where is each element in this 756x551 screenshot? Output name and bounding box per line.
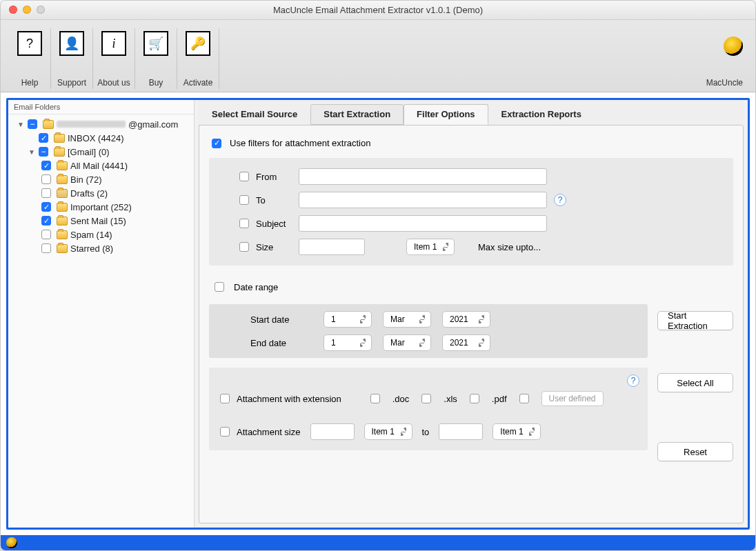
tab-start-extraction[interactable]: Start Extraction — [310, 104, 404, 125]
ext-doc-checkbox[interactable] — [370, 394, 380, 403]
size-label: Size — [256, 242, 273, 252]
tree-row-important[interactable]: Important (252) — [12, 200, 190, 214]
toolbar-label: About us — [97, 78, 130, 88]
to-checkbox[interactable] — [239, 195, 249, 205]
tree-row-spam[interactable]: Spam (14) — [12, 228, 190, 241]
ext-pdf-checkbox[interactable] — [470, 394, 479, 403]
checkbox[interactable] — [41, 230, 51, 239]
ext-user-checkbox[interactable] — [519, 394, 529, 403]
toolbar-label: Help — [21, 78, 39, 88]
ext-doc-label: .doc — [392, 394, 410, 404]
checkbox[interactable] — [41, 243, 51, 253]
help-icon: ? — [17, 31, 42, 56]
daterange-checkbox[interactable] — [215, 282, 224, 292]
help-icon[interactable]: ? — [554, 194, 566, 206]
subject-checkbox[interactable] — [239, 219, 249, 228]
reset-button[interactable]: Reset — [657, 442, 733, 461]
sidebar: Email Folders ▼ − @gmail.com INBOX (4424… — [8, 100, 195, 528]
tab-extraction-reports[interactable]: Extraction Reports — [488, 104, 595, 125]
start-extraction-button[interactable]: Start Extraction — [657, 311, 733, 330]
end-month-select[interactable]: Mar — [383, 334, 431, 351]
attsize-from-input[interactable] — [310, 423, 355, 440]
size-unit-select[interactable]: Item 1 — [406, 239, 455, 255]
toolbar-support[interactable]: 👤 Support — [51, 28, 92, 92]
close-window-button[interactable] — [9, 6, 17, 14]
select-all-button[interactable]: Select All — [657, 373, 733, 392]
toolbar-label: Buy — [149, 78, 163, 88]
disclosure-triangle-icon[interactable]: ▼ — [28, 148, 36, 156]
from-input[interactable] — [299, 168, 547, 185]
tree-row-sent[interactable]: Sent Mail (15) — [12, 214, 190, 228]
daterange-label: Date range — [234, 282, 278, 292]
redacted-account-name — [57, 121, 126, 128]
tree-row-inbox[interactable]: INBOX (4424) — [12, 131, 190, 145]
brand-icon — [724, 37, 743, 56]
from-label: From — [256, 172, 277, 182]
main-area: Email Folders ▼ − @gmail.com INBOX (4424… — [1, 92, 755, 535]
checkbox[interactable] — [41, 188, 51, 198]
tree-label: [Gmail] (0) — [68, 147, 110, 157]
size-checkbox[interactable] — [239, 242, 249, 252]
checkbox[interactable] — [41, 161, 51, 170]
key-icon: 🔑 — [186, 31, 210, 56]
tree-row-bin[interactable]: Bin (72) — [12, 172, 190, 186]
subject-input[interactable] — [299, 215, 547, 232]
end-day-select[interactable]: 1 — [324, 334, 372, 351]
folder-icon — [57, 244, 68, 253]
tristate-checkbox[interactable]: − — [39, 147, 48, 157]
brand-icon — [6, 537, 17, 548]
start-month-select[interactable]: Mar — [383, 311, 431, 328]
size-input[interactable] — [299, 239, 365, 255]
from-checkbox[interactable] — [239, 172, 249, 181]
start-year-select[interactable]: 2021 — [442, 311, 490, 328]
tree-row-allmail[interactable]: All Mail (4441) — [12, 159, 190, 172]
subject-label: Subject — [256, 219, 286, 229]
ext-checkbox[interactable] — [220, 394, 230, 403]
start-date-label: Start date — [250, 314, 312, 325]
date-range-group: Start date 1 Mar 2021 End date 1 Mar 202 — [209, 304, 648, 358]
toolbar-help[interactable]: ? Help — [9, 28, 50, 92]
attsize-to-input[interactable] — [439, 423, 483, 440]
to-input[interactable] — [299, 192, 547, 208]
ext-xls-label: .xls — [444, 394, 457, 404]
tab-bar: Select Email Source Start Extraction Fil… — [199, 100, 744, 125]
minimize-window-button[interactable] — [23, 6, 31, 14]
toolbar-activate[interactable]: 🔑 Activate — [177, 28, 219, 92]
folder-icon — [57, 161, 68, 170]
toolbar-label: Support — [57, 78, 86, 88]
end-year-select[interactable]: 2021 — [442, 334, 490, 351]
tree-row-gmail[interactable]: ▼ − [Gmail] (0) — [12, 145, 190, 159]
ext-user-defined-input[interactable]: User defined — [541, 391, 604, 406]
end-date-label: End date — [250, 338, 312, 348]
checkbox[interactable] — [41, 202, 51, 212]
zoom-window-button[interactable] — [37, 6, 45, 14]
attsize-from-unit[interactable]: Item 1 — [364, 423, 412, 440]
disclosure-triangle-icon[interactable]: ▼ — [17, 121, 25, 128]
attsize-to-unit[interactable]: Item 1 — [493, 423, 541, 440]
checkbox[interactable] — [41, 174, 51, 184]
support-icon: 👤 — [59, 31, 84, 56]
attsize-checkbox[interactable] — [220, 427, 230, 437]
tristate-checkbox[interactable]: − — [28, 119, 37, 129]
folder-icon — [54, 134, 65, 143]
tree-label: Important (252) — [70, 202, 132, 212]
toolbar-buy[interactable]: 🛒 Buy — [135, 28, 177, 92]
tree-row-drafts[interactable]: Drafts (2) — [12, 186, 190, 200]
use-filters-checkbox[interactable] — [212, 139, 221, 148]
ext-xls-checkbox[interactable] — [421, 394, 431, 403]
folder-tree: ▼ − @gmail.com INBOX (4424) ▼ — [8, 114, 194, 258]
toolbar-about[interactable]: i About us — [93, 28, 135, 92]
checkbox[interactable] — [39, 133, 48, 143]
tab-select-source[interactable]: Select Email Source — [199, 104, 310, 125]
tree-label: Spam (14) — [70, 230, 112, 240]
ext-pdf-label: .pdf — [492, 394, 507, 404]
start-day-select[interactable]: 1 — [324, 311, 372, 328]
checkbox[interactable] — [41, 216, 51, 226]
tab-filter-options[interactable]: Filter Options — [404, 104, 488, 125]
size-hint: Max size upto... — [478, 242, 541, 252]
tree-account-row[interactable]: ▼ − @gmail.com — [12, 117, 190, 131]
account-suffix: @gmail.com — [128, 119, 178, 130]
window-controls — [9, 6, 45, 14]
tree-row-starred[interactable]: Starred (8) — [12, 241, 190, 255]
help-icon[interactable]: ? — [627, 374, 639, 387]
